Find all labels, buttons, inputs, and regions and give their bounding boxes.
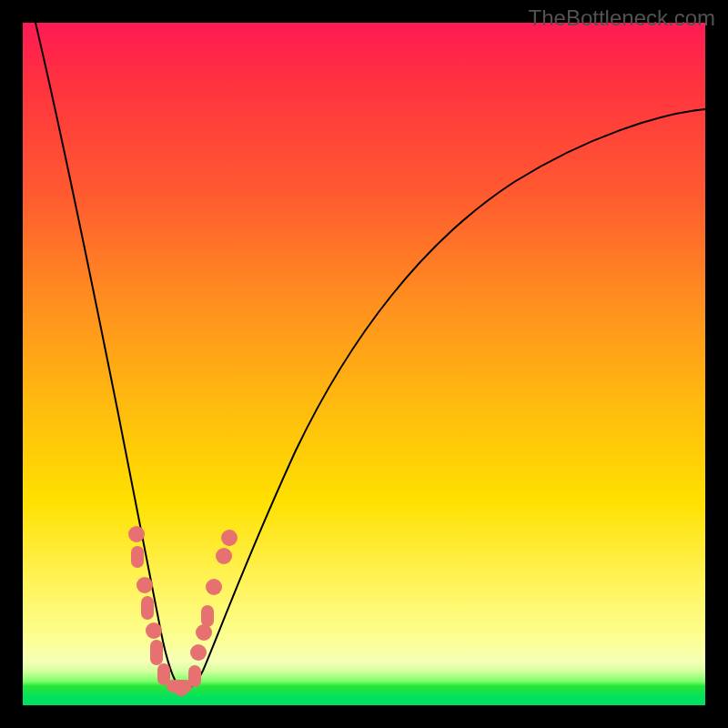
svg-rect-3 <box>141 596 154 620</box>
svg-point-13 <box>206 579 222 595</box>
svg-point-8 <box>174 682 188 696</box>
svg-rect-9 <box>188 665 201 687</box>
chart-frame: TheBottleneck.com <box>0 0 728 728</box>
plot-area <box>23 23 705 705</box>
svg-point-4 <box>146 622 162 639</box>
curve-layer <box>23 23 705 705</box>
svg-point-10 <box>190 644 207 661</box>
svg-point-14 <box>216 548 232 564</box>
curve-right-branch <box>180 109 705 690</box>
svg-point-2 <box>136 577 153 593</box>
svg-point-0 <box>128 526 145 542</box>
svg-rect-12 <box>201 605 214 627</box>
curve-left-branch <box>35 23 180 689</box>
svg-rect-5 <box>150 640 163 665</box>
svg-point-15 <box>221 530 238 546</box>
svg-point-11 <box>196 624 212 641</box>
svg-rect-1 <box>131 546 144 568</box>
